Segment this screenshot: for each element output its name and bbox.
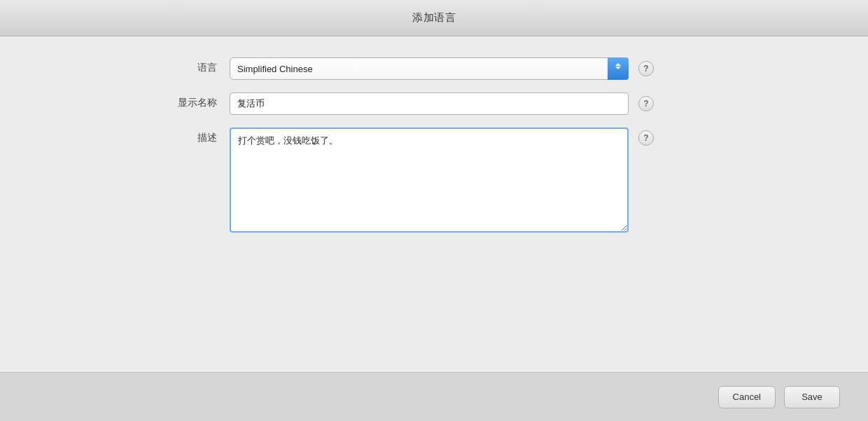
display-name-input[interactable] [230, 92, 629, 115]
cancel-button[interactable]: Cancel [718, 386, 776, 408]
display-name-row: 显示名称 ? [0, 92, 868, 115]
display-name-label: 显示名称 [154, 92, 217, 109]
display-name-help-icon[interactable]: ? [638, 96, 654, 111]
description-help-icon[interactable]: ? [638, 130, 654, 146]
dialog-title: 添加语言 [412, 11, 456, 25]
language-label: 语言 [154, 57, 217, 74]
description-field-wrapper: 打个赏吧，没钱吃饭了。 ? [230, 127, 784, 233]
description-input[interactable]: 打个赏吧，没钱吃饭了。 [230, 127, 629, 233]
language-help-icon[interactable]: ? [638, 61, 654, 76]
language-row: 语言 Simplified Chinese English French Ger… [0, 57, 868, 80]
description-label: 描述 [154, 127, 217, 144]
save-button[interactable]: Save [784, 386, 840, 408]
language-select-wrapper: Simplified Chinese English French German… [230, 57, 629, 80]
display-name-field-wrapper: ? [230, 92, 784, 115]
description-row: 描述 打个赏吧，没钱吃饭了。 ? [0, 127, 868, 233]
language-select[interactable]: Simplified Chinese English French German… [230, 57, 629, 80]
bottom-bar: Cancel Save [0, 372, 868, 421]
title-bar: 添加语言 [0, 0, 868, 36]
language-field-wrapper: Simplified Chinese English French German… [230, 57, 784, 80]
dialog-body: 语言 Simplified Chinese English French Ger… [0, 36, 868, 372]
